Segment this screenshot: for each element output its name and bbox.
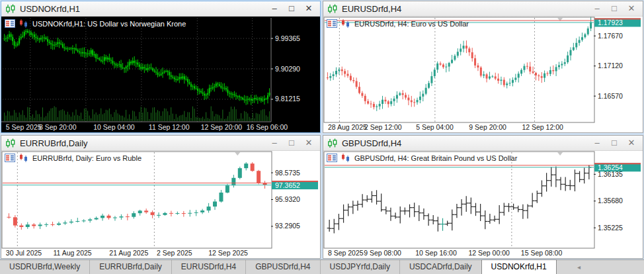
minimize-button[interactable]: – [266, 2, 283, 15]
window-titlebar[interactable]: EURUSDrfd,H4 – □ ✕ [323, 1, 643, 17]
candle-body [24, 32, 25, 36]
candle-body [72, 48, 73, 49]
candle-body [130, 62, 132, 63]
candle-body [132, 213, 136, 217]
candle-body [207, 206, 211, 210]
candlestick-logo-icon [5, 138, 16, 148]
candle-body [237, 96, 239, 97]
tab-usdrubrfd-weekly[interactable]: USDRUBrfd,Weekly [0, 260, 89, 274]
candle-body [262, 101, 263, 101]
tab-eurusdrfd-h4[interactable]: EURUSDrfd,H4 [171, 260, 245, 274]
minimize-button[interactable]: – [588, 136, 606, 150]
candle-body [82, 220, 86, 221]
mini-chart-icon[interactable] [19, 19, 29, 28]
candle-body [101, 216, 104, 218]
close-button[interactable]: ✕ [300, 2, 317, 15]
mini-chart-icon[interactable] [341, 19, 351, 28]
maximize-button[interactable]: □ [606, 136, 623, 150]
maximize-button[interactable]: □ [606, 2, 623, 15]
candle-body [26, 224, 30, 227]
candle-body [251, 163, 255, 171]
candle-body [169, 72, 170, 75]
candle-body [174, 77, 175, 79]
candle-body [11, 34, 12, 37]
time-axis-label: 12 Sep 00:00 [468, 249, 510, 257]
candle-body [419, 97, 421, 100]
chart-tabbar: USDRUBrfd,WeeklyEURRUBrfd,DailyEURUSDrfd… [0, 259, 644, 274]
close-button[interactable]: ✕ [623, 136, 640, 150]
trade-panel-icon[interactable] [5, 19, 15, 28]
candle-body [245, 100, 247, 101]
candle-body [32, 224, 36, 226]
candle-body [350, 76, 352, 80]
candle-body [49, 42, 50, 43]
window-titlebar[interactable]: USDNOKrfd,H1 – □ ✕ [1, 1, 320, 17]
candle-body [37, 38, 38, 38]
candlestick-logo-icon [327, 138, 338, 148]
candle-body [30, 32, 32, 35]
candle-body [216, 83, 217, 86]
candle-body [503, 80, 505, 85]
candle-body [200, 210, 204, 212]
time-axis-label: 8 Sep 20:00 [39, 123, 77, 131]
time-axis-label: 2 Sep 12:00 [364, 123, 402, 131]
tab-usdnokrfd-h1[interactable]: USDNOKrfd,H1 [481, 259, 557, 274]
trade-panel-icon[interactable] [5, 154, 15, 162]
maximize-button[interactable]: □ [283, 136, 300, 150]
candle-body [364, 96, 366, 101]
price-chart-canvas[interactable]: 1.176701.171201.165701.1792328 Aug 20252… [323, 17, 643, 132]
minimize-button[interactable]: – [588, 2, 606, 15]
window-title: EURRUBrfd,Daily [20, 138, 88, 148]
candle-body [217, 83, 218, 84]
candle-body [564, 62, 566, 64]
candle-body [194, 212, 198, 213]
price-axis-label: 1.35680 [598, 197, 623, 205]
candle-body [113, 218, 117, 218]
candle-body [32, 34, 33, 35]
candle-body [182, 76, 183, 78]
candle-body [210, 88, 212, 89]
candle-body [495, 76, 497, 78]
candle-body [558, 66, 560, 68]
price-axis-label: 1.35225 [598, 224, 623, 232]
candle-body [411, 101, 413, 103]
chart-window-gbpusd: GBPUSDrfd,H4 – □ ✕ 1.361351.356801.35225… [323, 135, 643, 259]
mini-chart-icon[interactable] [341, 154, 351, 162]
candle-body [387, 101, 389, 104]
mini-chart-icon[interactable] [19, 154, 29, 162]
tab-gbpusdrfd-h4[interactable]: GBPUSDrfd,H4 [245, 260, 319, 274]
window-titlebar[interactable]: EURRUBrfd,Daily – □ ✕ [1, 136, 320, 151]
price-chart-canvas[interactable]: 9.993659.902909.812155 Sep 20258 Sep 20:… [1, 17, 320, 132]
candle-body [157, 215, 161, 216]
candle-body [223, 88, 225, 89]
candle-body [132, 61, 134, 64]
candle-body [196, 89, 197, 89]
tab-scroll-left-icon[interactable]: ◂ [577, 263, 581, 271]
candle-body [581, 37, 583, 40]
candle-body [138, 210, 142, 213]
tab-eurrubrfd-daily[interactable]: EURRUBrfd,Daily [89, 260, 171, 274]
trade-panel-icon[interactable] [327, 154, 337, 162]
maximize-button[interactable]: □ [283, 2, 300, 15]
price-axis-label: 1.17670 [598, 32, 623, 40]
candle-body [428, 83, 430, 88]
tab-usdcadrfd-daily[interactable]: USDCADrfd,Daily [399, 260, 481, 274]
candle-body [445, 67, 447, 68]
close-button[interactable]: ✕ [623, 2, 640, 15]
candle-body [264, 99, 265, 101]
candle-body [88, 219, 92, 220]
time-axis-label: 21 Aug 2025 [109, 249, 148, 257]
chart-symbol-description: USDNOKrfd,H1: US Dollar vs Norwegian Kro… [32, 20, 186, 28]
trade-panel-icon[interactable] [327, 19, 337, 28]
candle-body [442, 65, 444, 68]
candle-body [104, 57, 105, 61]
price-chart-canvas[interactable]: 98.573595.932093.290597.365230 Jul 20251… [1, 151, 320, 258]
minimize-button[interactable]: – [266, 136, 283, 150]
tab-usdjpyrfd-daily[interactable]: USDJPYrfd,Daily [320, 260, 399, 274]
time-axis-label: 15 Sep 08:00 [521, 249, 563, 257]
candle-body [65, 48, 67, 49]
close-button[interactable]: ✕ [300, 136, 317, 150]
candle-body [231, 178, 235, 186]
window-titlebar[interactable]: GBPUSDrfd,H4 – □ ✕ [323, 136, 643, 151]
price-chart-canvas[interactable]: 1.361351.356801.352251.362548 Sep 20259 … [323, 151, 643, 258]
